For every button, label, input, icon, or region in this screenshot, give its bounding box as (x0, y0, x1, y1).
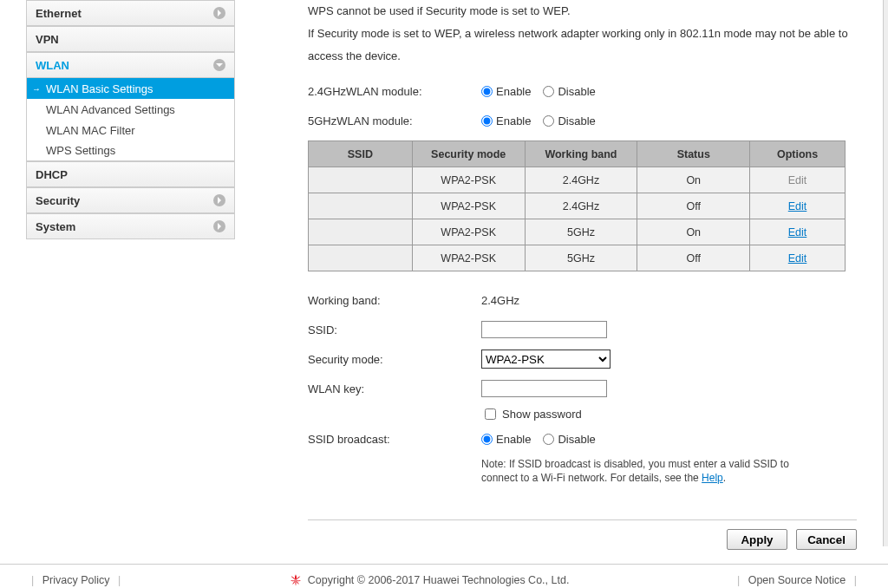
label-working-band: Working band: (308, 294, 481, 307)
cell-status: On (637, 219, 750, 245)
table-header-row: SSID Security mode Working band Status O… (309, 141, 846, 167)
radio-input[interactable] (481, 434, 493, 445)
sidebar-item-label: WLAN Advanced Settings (46, 103, 175, 116)
table-row: WPA2-PSK 5GHz On Edit (309, 219, 846, 245)
wlan-key-input[interactable] (481, 380, 607, 397)
scrollbar-track[interactable] (883, 0, 888, 546)
table-row: WPA2-PSK 2.4GHz Off Edit (309, 193, 846, 219)
edit-link-disabled: Edit (788, 174, 807, 186)
chevron-right-icon (213, 7, 225, 19)
separator: | (737, 574, 740, 586)
cell-ssid (309, 193, 413, 219)
col-working-band: Working band (525, 141, 637, 167)
cell-status: On (637, 167, 750, 193)
chevron-right-icon (213, 220, 225, 232)
sidebar-item-label: WLAN (36, 59, 69, 72)
help-link[interactable]: Help (702, 472, 723, 484)
chevron-right-icon (213, 194, 225, 206)
row-ssid-broadcast: SSID broadcast: Enable Disable (308, 424, 857, 454)
cell-ssid (309, 167, 413, 193)
cell-band: 5GHz (525, 219, 637, 245)
sidebar-subitem-wps-settings[interactable]: WPS Settings (26, 140, 235, 161)
huawei-logo-icon (289, 573, 303, 587)
separator: | (854, 574, 857, 586)
radio-input[interactable] (481, 86, 493, 97)
sidebar-item-label: DHCP (36, 168, 68, 181)
sidebar-item-ethernet[interactable]: Ethernet (26, 0, 235, 26)
cell-options: Edit (750, 193, 846, 219)
sidebar-item-system[interactable]: System (26, 213, 235, 239)
button-bar: Apply Cancel (308, 519, 857, 564)
row-24ghz-module: 2.4GHzWLAN module: Enable Disable (308, 76, 857, 106)
row-working-band: Working band: 2.4GHz (308, 285, 857, 315)
sidebar: Ethernet VPN WLAN WLAN Basic Settings WL… (26, 0, 238, 564)
sidebar-item-label: WLAN Basic Settings (46, 82, 153, 95)
row-5ghz-module: 5GHzWLAN module: Enable Disable (308, 106, 857, 135)
radio-5ghz-enable[interactable]: Enable (481, 114, 531, 127)
cell-band: 2.4GHz (525, 193, 637, 219)
ssid-table: SSID Security mode Working band Status O… (308, 140, 846, 271)
cell-security: WPA2-PSK (412, 245, 525, 271)
label-5ghz-module: 5GHzWLAN module: (308, 114, 481, 127)
cancel-button[interactable]: Cancel (796, 529, 857, 550)
sidebar-item-vpn[interactable]: VPN (26, 26, 235, 52)
sidebar-item-dhcp[interactable]: DHCP (26, 161, 235, 187)
cell-security: WPA2-PSK (412, 167, 525, 193)
radio-broadcast-disable[interactable]: Disable (543, 433, 595, 446)
label-ssid-broadcast: SSID broadcast: (308, 433, 481, 446)
value-working-band: 2.4GHz (481, 294, 519, 307)
show-password-checkbox[interactable] (485, 408, 496, 420)
col-options: Options (750, 141, 846, 167)
intro-line: If Security mode is set to WEP, a wirele… (308, 23, 857, 68)
copyright-text: Copyright © 2006-2017 Huawei Technologie… (308, 574, 570, 586)
radio-5ghz-disable[interactable]: Disable (543, 114, 595, 127)
security-mode-select[interactable]: WPA2-PSK (481, 350, 610, 369)
edit-link[interactable]: Edit (788, 252, 807, 265)
main-content: WPS cannot be used if Security mode is s… (238, 0, 883, 564)
sidebar-subitem-wlan-mac-filter[interactable]: WLAN MAC Filter (26, 120, 235, 140)
row-show-password: Show password (481, 403, 857, 424)
intro-text: WPS cannot be used if Security mode is s… (308, 0, 857, 68)
apply-button[interactable]: Apply (727, 529, 787, 550)
footer: | Privacy Policy | Copyright © 2006-2017… (0, 564, 888, 588)
sidebar-item-label: Security (36, 194, 80, 207)
sidebar-item-label: System (36, 220, 75, 233)
sidebar-item-label: WLAN MAC Filter (46, 124, 135, 137)
sidebar-subitem-wlan-basic[interactable]: WLAN Basic Settings (26, 78, 235, 99)
sidebar-item-label: WPS Settings (46, 144, 115, 157)
open-source-notice-link[interactable]: Open Source Notice (748, 574, 846, 586)
label-24ghz-module: 2.4GHzWLAN module: (308, 85, 481, 98)
ssid-input[interactable] (481, 321, 607, 338)
edit-link[interactable]: Edit (788, 200, 807, 212)
cell-options: Edit (750, 219, 846, 245)
radio-input[interactable] (543, 434, 554, 445)
intro-line: WPS cannot be used if Security mode is s… (308, 0, 857, 23)
radio-24ghz-disable[interactable]: Disable (543, 85, 595, 98)
radio-input[interactable] (481, 115, 493, 127)
cell-ssid (309, 219, 413, 245)
label-ssid: SSID: (308, 323, 481, 336)
sidebar-item-label: Ethernet (36, 7, 82, 20)
label-wlan-key: WLAN key: (308, 382, 481, 395)
ssid-broadcast-note: Note: If SSID broadcast is disabled, you… (481, 457, 811, 485)
radio-input[interactable] (543, 86, 554, 97)
cell-security: WPA2-PSK (412, 219, 525, 245)
radio-24ghz-enable[interactable]: Enable (481, 85, 531, 98)
radio-input[interactable] (543, 115, 554, 127)
table-row: WPA2-PSK 5GHz Off Edit (309, 245, 846, 271)
cell-band: 2.4GHz (525, 167, 637, 193)
col-status: Status (637, 141, 750, 167)
sidebar-subitem-wlan-advanced[interactable]: WLAN Advanced Settings (26, 99, 235, 120)
col-ssid: SSID (309, 141, 413, 167)
privacy-policy-link[interactable]: Privacy Policy (42, 574, 110, 586)
cell-security: WPA2-PSK (412, 193, 525, 219)
cell-ssid (309, 245, 413, 271)
sidebar-item-security[interactable]: Security (26, 187, 235, 213)
row-ssid: SSID: (308, 315, 857, 344)
sidebar-item-label: VPN (36, 33, 59, 46)
label-show-password: Show password (502, 408, 582, 421)
sidebar-item-wlan[interactable]: WLAN (26, 52, 235, 78)
edit-link[interactable]: Edit (788, 226, 807, 238)
chevron-down-icon (213, 59, 225, 71)
radio-broadcast-enable[interactable]: Enable (481, 433, 531, 446)
